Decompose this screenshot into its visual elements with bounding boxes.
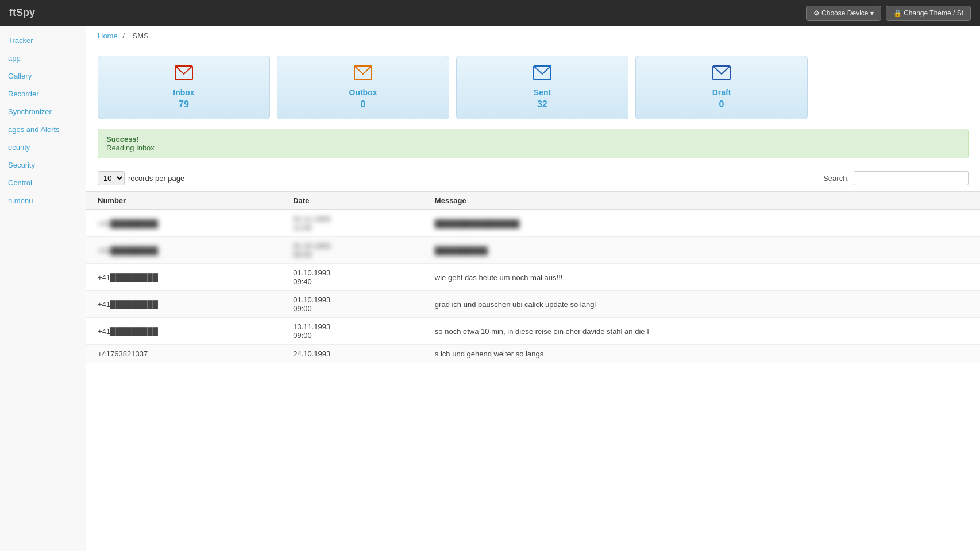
sidebar-item[interactable]: Gallery [0, 67, 86, 85]
sidebar-item[interactable]: Tracker [0, 32, 86, 49]
sidebar-item[interactable]: app [0, 49, 86, 67]
outbox-count: 0 [284, 99, 442, 110]
cell-date: 01.10.199309:05 [281, 237, 423, 264]
cell-message: grad ich und bauschen ubi calick update … [423, 291, 980, 318]
sidebar-item[interactable]: ecurity [0, 138, 86, 156]
sent-icon [464, 65, 621, 84]
success-message: Reading Inbox [106, 143, 960, 152]
table-row: +4176382133724.10.1993s ich und gehend w… [86, 345, 980, 363]
cell-message: ████████████████ [423, 210, 980, 237]
sidebar-item[interactable]: Synchronizer [0, 103, 86, 121]
search-input[interactable] [854, 171, 969, 185]
cell-number: +41█████████ [86, 210, 281, 237]
breadcrumb-separator: / [122, 32, 125, 40]
cell-date: 24.10.1993 [281, 345, 423, 363]
sms-table: NumberDateMessage +41█████████01.11.1993… [86, 191, 980, 363]
table-controls: 10 25 50 records per page Search: [86, 165, 980, 191]
cell-date: 01.10.199309:40 [281, 264, 423, 291]
stat-card-outbox[interactable]: Outbox0 [277, 56, 449, 119]
draft-count: 0 [643, 99, 800, 110]
inbox-count: 79 [105, 99, 263, 110]
stat-card-inbox[interactable]: Inbox79 [98, 56, 270, 119]
cell-number: +41█████████ [86, 318, 281, 345]
draft-label: Draft [643, 88, 800, 97]
inbox-label: Inbox [105, 88, 263, 97]
breadcrumb-home[interactable]: Home [98, 32, 118, 40]
col-date: Date [281, 192, 423, 210]
sidebar-item[interactable]: Control [0, 174, 86, 192]
cell-number: +41█████████ [86, 291, 281, 318]
breadcrumb-current: SMS [133, 32, 149, 40]
stat-card-draft[interactable]: Draft0 [635, 56, 808, 119]
nav-buttons: ⚙ Choose Device ▾ 🔒 Change Theme / St [806, 6, 971, 21]
sidebar: TrackerappGalleryRecorderSynchronizerage… [0, 26, 86, 551]
cell-message: so noch etwa 10 min, in diese reise ein … [423, 318, 980, 345]
sent-count: 32 [464, 99, 621, 110]
sent-label: Sent [464, 88, 621, 97]
col-number: Number [86, 192, 281, 210]
breadcrumb: Home / SMS [86, 26, 980, 46]
records-per-page-control: 10 25 50 records per page [98, 171, 184, 185]
cell-number: +41763821337 [86, 345, 281, 363]
stat-card-sent[interactable]: Sent32 [456, 56, 628, 119]
table-row: +41█████████01.11.199311:00█████████████… [86, 210, 980, 237]
table-row: +41█████████01.10.199309:00grad ich und … [86, 291, 980, 318]
records-per-page-label: records per page [128, 174, 184, 183]
cell-message: s ich und gehend weiter so langs [423, 345, 980, 363]
choose-device-button[interactable]: ⚙ Choose Device ▾ [806, 6, 881, 21]
cell-date: 01.11.199311:00 [281, 210, 423, 237]
cell-number: +41█████████ [86, 237, 281, 264]
table-row: +41█████████01.10.199309:40wie geht das … [86, 264, 980, 291]
search-label: Search: [823, 174, 849, 183]
page-layout: TrackerappGalleryRecorderSynchronizerage… [0, 26, 980, 551]
success-title: Success! [106, 135, 960, 143]
top-navigation: ftSpy ⚙ Choose Device ▾ 🔒 Change Theme /… [0, 0, 980, 26]
sidebar-item[interactable]: Recorder [0, 85, 86, 103]
stat-cards-container: Inbox79 Outbox0 Sent32 Draft0 [86, 46, 980, 129]
col-message: Message [423, 192, 980, 210]
table-body: +41█████████01.11.199311:00█████████████… [86, 210, 980, 363]
records-per-page-select[interactable]: 10 25 50 [98, 171, 125, 185]
app-title: ftSpy [9, 7, 35, 19]
cell-date: 01.10.199309:00 [281, 291, 423, 318]
sidebar-item[interactable]: n menu [0, 192, 86, 209]
outbox-label: Outbox [284, 88, 442, 97]
inbox-icon [105, 65, 263, 84]
success-banner: Success! Reading Inbox [98, 129, 969, 158]
draft-icon [643, 65, 800, 84]
sidebar-item[interactable]: ages and Alerts [0, 121, 86, 138]
change-theme-button[interactable]: 🔒 Change Theme / St [886, 6, 971, 21]
cell-message: ██████████ [423, 237, 980, 264]
main-content: Home / SMS Inbox79 Outbox0 Sent32 Draft0… [86, 26, 980, 551]
sidebar-item[interactable]: Security [0, 156, 86, 174]
table-row: +41█████████01.10.199309:05██████████ [86, 237, 980, 264]
cell-message: wie geht das heute um noch mal aus!!! [423, 264, 980, 291]
table-row: +41█████████13.11.199309:00so noch etwa … [86, 318, 980, 345]
cell-number: +41█████████ [86, 264, 281, 291]
cell-date: 13.11.199309:00 [281, 318, 423, 345]
table-header: NumberDateMessage [86, 192, 980, 210]
outbox-icon [284, 65, 442, 84]
search-area: Search: [823, 171, 969, 185]
